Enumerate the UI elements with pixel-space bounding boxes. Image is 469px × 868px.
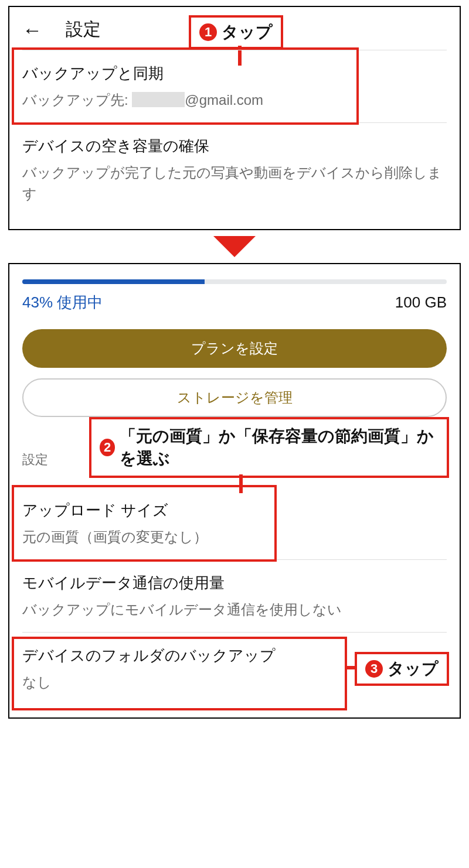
manage-storage-button[interactable]: ストレージを管理 bbox=[22, 378, 447, 417]
upload-size-wrapper: アップロード サイズ 元の画質（画質の変更なし） bbox=[22, 487, 447, 559]
callout-2-text: 「元の画質」か「保存容量の節約画質」かを選ぶ bbox=[120, 425, 439, 470]
callout-1-text: タップ bbox=[222, 21, 273, 43]
settings-panel-1: ← 設定 1 タップ バックアップと同期 バックアップ先: @gmail.com… bbox=[8, 6, 461, 230]
callout-3-text: タップ bbox=[388, 658, 439, 680]
set-plan-label: プランを設定 bbox=[191, 339, 278, 358]
backup-sync-wrapper: バックアップと同期 バックアップ先: @gmail.com bbox=[22, 50, 447, 122]
back-icon[interactable]: ← bbox=[22, 20, 42, 40]
storage-usage-text: 43% 使用中 bbox=[22, 292, 103, 313]
storage-line: 43% 使用中 100 GB bbox=[22, 292, 447, 313]
page-title: 設定 bbox=[66, 18, 101, 42]
section-header-wrap: 設定 2 「元の画質」か「保存容量の節約画質」かを選ぶ bbox=[22, 417, 447, 487]
annotation-box-2 bbox=[12, 485, 277, 562]
set-plan-button[interactable]: プランを設定 bbox=[22, 329, 447, 368]
callout-1-number: 1 bbox=[199, 23, 217, 41]
callout-1: 1 タップ bbox=[189, 15, 283, 49]
row-free-up-space[interactable]: デバイスの空き容量の確保 バックアップが完了した元の写真や動画をデバイスから削除… bbox=[22, 122, 447, 216]
manage-storage-label: ストレージを管理 bbox=[177, 388, 293, 407]
mobile-data-title: モバイルデータ通信の使用量 bbox=[22, 573, 447, 593]
section-label-settings: 設定 bbox=[22, 451, 48, 469]
callout-3-number: 3 bbox=[365, 660, 383, 678]
row-mobile-data[interactable]: モバイルデータ通信の使用量 バックアップにモバイルデータ通信を使用しない bbox=[22, 559, 447, 632]
storage-total-text: 100 GB bbox=[395, 293, 447, 312]
callout-2: 2 「元の画質」か「保存容量の節約画質」かを選ぶ bbox=[89, 417, 449, 478]
annotation-box-1 bbox=[12, 47, 359, 125]
down-arrow-icon bbox=[213, 236, 256, 257]
annotation-box-3 bbox=[12, 637, 347, 710]
storage-progress-track bbox=[22, 279, 447, 284]
free-space-title: デバイスの空き容量の確保 bbox=[22, 136, 447, 156]
mobile-data-sub: バックアップにモバイルデータ通信を使用しない bbox=[22, 599, 447, 620]
free-space-sub: バックアップが完了した元の写真や動画をデバイスから削除します bbox=[22, 162, 447, 204]
device-folders-wrapper: デバイスのフォルダのバックアップ なし 3 タップ bbox=[22, 632, 447, 705]
callout-3: 3 タップ bbox=[355, 652, 449, 686]
storage-progress-fill bbox=[22, 279, 205, 284]
callout-2-number: 2 bbox=[100, 439, 115, 456]
settings-panel-2: 43% 使用中 100 GB プランを設定 ストレージを管理 設定 2 「元の画… bbox=[8, 263, 461, 719]
